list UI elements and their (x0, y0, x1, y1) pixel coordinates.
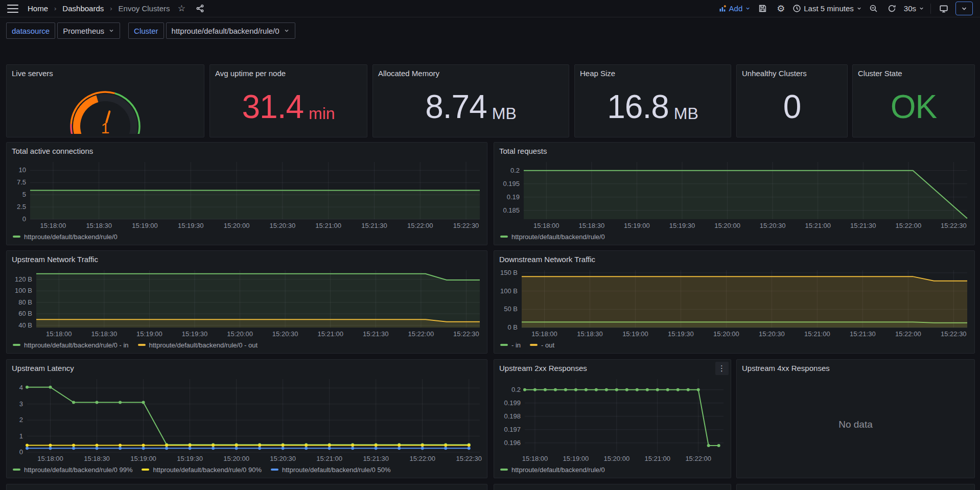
svg-text:120 B: 120 B (15, 275, 32, 283)
add-panel-icon (718, 5, 727, 13)
legend-item[interactable]: httproute/default/backend/rule/0 - in (13, 341, 129, 349)
menu-icon[interactable] (7, 5, 18, 13)
share-icon[interactable] (193, 2, 206, 15)
svg-text:15:20:30: 15:20:30 (270, 455, 296, 462)
svg-text:15:22:00: 15:22:00 (408, 330, 434, 338)
time-range-picker[interactable]: Last 5 minutes (792, 4, 862, 13)
chevron-down-icon (961, 6, 967, 12)
svg-text:15:21:30: 15:21:30 (850, 330, 876, 338)
panel-title[interactable]: Cluster State (858, 69, 902, 78)
panel-live-servers: Live servers 1 (6, 64, 204, 137)
panel-title[interactable]: Unhealthy Clusters (742, 69, 807, 78)
svg-text:15:19:00: 15:19:00 (132, 222, 158, 229)
chart-legend: httproute/default/backend/rule/0 99%http… (12, 464, 482, 475)
datasource-variable-select[interactable]: Prometheus (57, 22, 120, 39)
legend-series-color (530, 344, 538, 346)
upstream-latency-chart[interactable]: 15:18:0015:18:3015:19:0015:19:3015:20:00… (12, 374, 482, 464)
svg-text:15:22:00: 15:22:00 (895, 330, 921, 338)
svg-text:15:18:00: 15:18:00 (40, 222, 66, 229)
svg-text:0.19: 0.19 (507, 193, 520, 201)
svg-text:0.198: 0.198 (504, 412, 521, 420)
collapse-toolbar-button[interactable] (955, 2, 973, 15)
svg-text:1: 1 (101, 120, 110, 134)
panel-title[interactable]: Upstream Latency (12, 364, 74, 372)
svg-text:0.197: 0.197 (504, 426, 521, 433)
chart-legend: httproute/default/backend/rule/0 - inhtt… (12, 340, 482, 350)
legend-series-label: httproute/default/backend/rule/0 90% (153, 466, 261, 474)
svg-text:15:21:30: 15:21:30 (361, 222, 387, 229)
panel-title[interactable]: Upstream Network Traffic (12, 255, 98, 264)
legend-series-label: - out (541, 341, 554, 349)
chart-legend: httproute/default/backend/rule/0 (499, 464, 726, 475)
legend-item[interactable]: httproute/default/backend/rule/0 - out (138, 341, 258, 349)
stat-value: 0 (783, 90, 801, 123)
refresh-icon[interactable] (885, 2, 899, 15)
svg-text:5: 5 (22, 191, 26, 198)
chevron-down-icon (856, 6, 862, 11)
legend-item[interactable]: httproute/default/backend/rule/0 (500, 466, 605, 474)
panel-title[interactable]: Downstream Network Traffic (499, 255, 595, 264)
legend-series-label: httproute/default/backend/rule/0 99% (24, 466, 132, 474)
stat-unit: MB (492, 105, 517, 122)
breadcrumb-separator: › (109, 5, 113, 12)
svg-text:15:22:00: 15:22:00 (407, 222, 433, 229)
upstream-network-traffic-chart[interactable]: 15:18:0015:18:3015:19:0015:19:3015:20:00… (12, 265, 482, 340)
panel-total-requests: Total requests 15:18:0015:18:3015:19:001… (494, 142, 975, 245)
zoom-out-icon[interactable] (867, 2, 880, 15)
upstream-2xx-chart[interactable]: 15:18:0015:19:0015:20:0015:21:0015:22:00… (499, 374, 726, 464)
svg-text:15:20:00: 15:20:00 (713, 330, 739, 338)
panel-title[interactable]: Total requests (499, 147, 547, 155)
svg-text:15:19:00: 15:19:00 (130, 455, 156, 462)
total-active-connections-chart[interactable]: 15:18:0015:18:3015:19:0015:19:3015:20:00… (12, 157, 482, 231)
star-icon[interactable]: ☆ (175, 2, 188, 15)
legend-item[interactable]: httproute/default/backend/rule/0 50% (271, 466, 390, 474)
svg-text:7.5: 7.5 (17, 178, 26, 186)
svg-text:15:21:00: 15:21:00 (315, 222, 341, 229)
legend-item[interactable]: - out (530, 341, 554, 349)
breadcrumb-home[interactable]: Home (28, 4, 48, 13)
legend-series-color (13, 344, 20, 346)
legend-series-color (271, 469, 278, 471)
svg-text:0: 0 (19, 448, 23, 456)
cluster-variable-select[interactable]: httproute/default/backend/rule/0 (166, 22, 295, 39)
panel-title[interactable]: Avg uptime per node (215, 69, 286, 78)
live-servers-gauge[interactable]: 1 (12, 79, 199, 134)
panel-menu-icon[interactable]: ⋮ (715, 362, 729, 375)
add-button[interactable]: Add (718, 4, 751, 13)
svg-text:15:21:00: 15:21:00 (805, 222, 831, 229)
chevron-down-icon (745, 6, 751, 11)
panel-title[interactable]: Live servers (12, 69, 53, 78)
gear-icon[interactable]: ⚙ (774, 2, 787, 15)
chart-legend: - in- out (499, 340, 969, 350)
save-icon[interactable] (756, 2, 769, 15)
breadcrumb-current-dashboard: Envoy Clusters (119, 4, 170, 13)
panel-title[interactable]: Allocated Memory (378, 69, 439, 78)
breadcrumb-dashboards[interactable]: Dashboards (62, 4, 104, 13)
svg-text:15:19:30: 15:19:30 (178, 222, 204, 229)
panel-title[interactable]: Heap Size (580, 69, 615, 78)
panel-title[interactable]: Upstream 2xx Responses (499, 364, 587, 372)
refresh-interval-picker[interactable]: 30s (904, 4, 924, 13)
legend-series-label: httproute/default/backend/rule/0 - out (149, 341, 258, 349)
chevron-down-icon (919, 6, 924, 11)
svg-text:15:21:00: 15:21:00 (804, 330, 830, 338)
svg-text:15:20:00: 15:20:00 (714, 222, 740, 229)
legend-item[interactable]: - in (500, 341, 521, 349)
legend-item[interactable]: httproute/default/backend/rule/0 (13, 233, 118, 241)
legend-item[interactable]: httproute/default/backend/rule/0 (500, 233, 605, 241)
legend-item[interactable]: httproute/default/backend/rule/0 99% (13, 466, 132, 474)
svg-text:15:19:30: 15:19:30 (177, 455, 203, 462)
panel-title[interactable]: Total active connections (12, 147, 93, 155)
legend-item[interactable]: httproute/default/backend/rule/0 90% (142, 466, 261, 474)
svg-text:15:19:00: 15:19:00 (563, 455, 589, 462)
dashboard-variables-row: datasource Prometheus Cluster httproute/… (0, 17, 980, 41)
total-requests-chart[interactable]: 15:18:0015:18:3015:19:0015:19:3015:20:00… (499, 157, 969, 231)
panel-title[interactable]: Upstream 4xx Responses (742, 364, 830, 372)
breadcrumb-separator: › (53, 5, 57, 12)
svg-text:15:18:00: 15:18:00 (531, 330, 557, 338)
downstream-network-traffic-chart[interactable]: 15:18:0015:18:3015:19:0015:19:3015:20:00… (499, 265, 969, 340)
monitor-icon[interactable] (937, 2, 950, 15)
svg-text:0.199: 0.199 (504, 399, 521, 407)
svg-text:15:21:00: 15:21:00 (316, 455, 342, 462)
svg-text:0.2: 0.2 (511, 386, 521, 393)
